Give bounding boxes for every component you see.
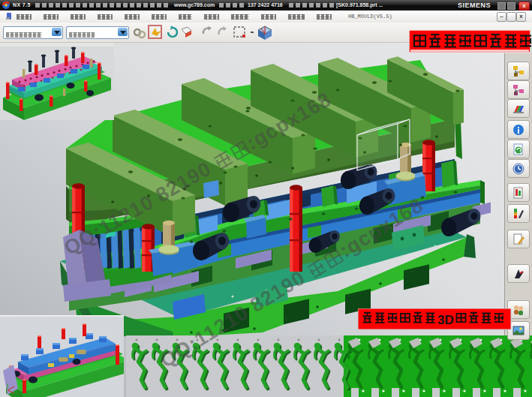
svg-text:3D: 3D: [437, 313, 454, 327]
